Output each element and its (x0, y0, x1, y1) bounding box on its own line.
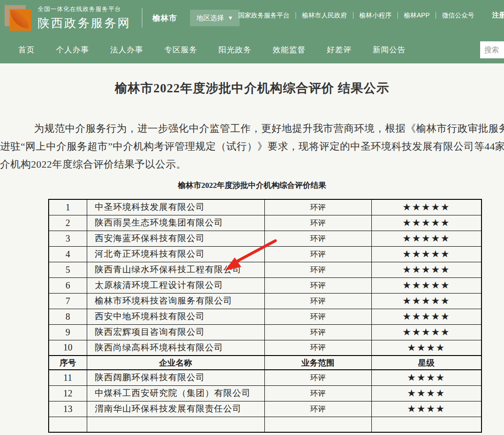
register-link[interactable]: 注册 (492, 11, 504, 20)
star-rating: ★★★★★ (371, 277, 482, 293)
star-rating: ★★★★ (371, 370, 482, 385)
page-title: 榆林市2022年度涉批中介机构综合评价 结果公示 (0, 80, 504, 96)
table-row: 3西安海蓝环保科技有限公司环评★★★★★ (49, 231, 482, 246)
company-name: 陕西宏辉项目咨询有限公司 (87, 324, 264, 340)
search-input[interactable] (480, 41, 504, 58)
business-scope: 环评 (264, 231, 371, 246)
main-navigation: 首页 个人办事 法人办事 专区服务 阳光政务 效能监督 好差评 新闻公告 (0, 36, 504, 63)
table-row: 13渭南华山环保科技发展有限责任公司环评★★★★ (49, 401, 482, 417)
row-number: 3 (49, 231, 87, 246)
top-link-wechat[interactable]: 微信公众号 (436, 11, 480, 20)
company-name: 陕西雨昊生态环境集团有限公司 (87, 215, 264, 231)
company-name: 中煤科工西安研究院（集团）有限公司 (87, 385, 264, 401)
company-name: 太原核清环境工程设计有限公司 (87, 277, 264, 293)
top-header-bar: 全国一体化在线政务服务平台 陕西政务服务网 榆林市 地区选择 ▼ 国家政务服务平… (0, 0, 504, 36)
row-number (49, 417, 87, 432)
column-header: 企业名称 (87, 356, 264, 370)
row-number: 13 (49, 401, 87, 417)
nav-item-open-government[interactable]: 阳光政务 (218, 45, 252, 55)
nav-item-special-zone[interactable]: 专区服务 (164, 45, 197, 55)
company-name (87, 417, 264, 432)
business-scope: 环评 (264, 215, 371, 231)
evaluation-table: 1中圣环境科技发展有限公司环评★★★★★2陕西雨昊生态环境集团有限公司环评★★★… (48, 199, 482, 433)
star-rating (371, 417, 482, 432)
table-row: 11陕西阔鹏环保科技有限公司环评★★★★ (49, 370, 482, 385)
site-brand[interactable]: 全国一体化在线政务服务平台 陕西政务服务网 (38, 5, 131, 31)
announcement-paragraph: 为规范中介服务行为，进一步强化中介监管工作，更好地提升我市营商环境，根据《榆林市… (0, 119, 504, 173)
row-number: 1 (49, 199, 87, 215)
column-header: 业务范围 (264, 356, 371, 370)
row-number: 7 (49, 293, 87, 309)
row-number: 9 (49, 324, 87, 340)
star-rating: ★★★★ (371, 385, 482, 401)
company-name: 陕西青山绿水环保科技工程有限公司 (87, 262, 264, 277)
business-scope: 环评 (264, 370, 371, 385)
table-row: 12中煤科工西安研究院（集团）有限公司环评★★★★ (49, 385, 482, 401)
company-name: 榆林市环境科技咨询服务有限公司 (87, 293, 264, 309)
star-rating: ★★★★★ (371, 324, 482, 340)
column-header: 星级 (371, 356, 482, 370)
company-name: 西安中地环境科技有限公司 (87, 309, 264, 324)
nav-item-personal[interactable]: 个人办事 (56, 45, 89, 55)
star-rating: ★★★★★ (371, 215, 482, 231)
top-link-city-government[interactable]: 榆林市人民政府 (296, 11, 353, 20)
paragraph-line: 介机构2022年度综合评价结果予以公示。 (0, 155, 504, 173)
top-link-mini-program[interactable]: 榆林小程序 (353, 11, 398, 20)
star-rating: ★★★★★ (371, 309, 482, 324)
company-name: 陕西尚绿高科环境科技有限公司 (87, 340, 264, 356)
table-row: 1中圣环境科技发展有限公司环评★★★★★ (49, 199, 482, 215)
top-link-national-platform[interactable]: 国家政务服务平台 (232, 11, 296, 20)
business-scope: 环评 (264, 293, 371, 309)
row-number: 11 (49, 370, 87, 385)
table-row: 8西安中地环境科技有限公司环评★★★★★ (49, 309, 482, 324)
star-rating: ★★★★ (371, 340, 482, 356)
site-name: 陕西政务服务网 (38, 15, 131, 31)
nav-item-efficiency[interactable]: 效能监督 (273, 45, 306, 55)
company-name: 河北奇正环境科技有限公司 (87, 246, 264, 262)
company-name: 渭南华山环保科技发展有限责任公司 (87, 401, 264, 417)
nav-item-home[interactable]: 首页 (18, 45, 35, 55)
row-number: 4 (49, 246, 87, 262)
business-scope: 环评 (264, 277, 371, 293)
table-row: 4河北奇正环境科技有限公司环评★★★★★ (49, 246, 482, 262)
platform-name: 全国一体化在线政务服务平台 (38, 5, 131, 13)
business-scope: 环评 (264, 262, 371, 277)
business-scope: 环评 (264, 401, 371, 417)
company-name: 陕西阔鹏环保科技有限公司 (87, 370, 264, 385)
table-row: 10陕西尚绿高科环境科技有限公司环评★★★★ (49, 340, 482, 356)
table-caption: 榆林市2022年度涉批中介机构综合评价结果 (0, 180, 504, 191)
nav-item-rating[interactable]: 好差评 (327, 45, 352, 55)
table-row: 7榆林市环境科技咨询服务有限公司环评★★★★★ (49, 293, 482, 309)
evaluation-table-body: 1中圣环境科技发展有限公司环评★★★★★2陕西雨昊生态环境集团有限公司环评★★★… (49, 199, 482, 432)
top-links: 国家政务服务平台 榆林市人民政府 榆林小程序 榆林APP 微信公众号 注册 (232, 11, 504, 20)
table-row: 9陕西宏辉项目咨询有限公司环评★★★★★ (49, 324, 482, 340)
nav-item-news[interactable]: 新闻公告 (373, 45, 406, 55)
table-row (49, 417, 482, 432)
row-number: 5 (49, 262, 87, 277)
paragraph-line: 为规范中介服务行为，进一步强化中介监管工作，更好地提升我市营商环境，根据《榆林市… (0, 119, 504, 137)
top-link-app[interactable]: 榆林APP (398, 11, 436, 20)
row-number: 6 (49, 277, 87, 293)
star-rating: ★★★★ (371, 401, 482, 417)
table-row: 6太原核清环境工程设计有限公司环评★★★★★ (49, 277, 482, 293)
table-row: 2陕西雨昊生态环境集团有限公司环评★★★★★ (49, 215, 482, 231)
business-scope: 环评 (264, 199, 371, 215)
article-content: 榆林市2022年度涉批中介机构综合评价 结果公示 为规范中介服务行为，进一步强化… (0, 63, 504, 433)
star-rating: ★★★★★ (371, 231, 482, 246)
row-number: 8 (49, 309, 87, 324)
star-rating: ★★★★★ (371, 246, 482, 262)
site-logo[interactable] (4, 3, 33, 33)
paragraph-line: 进驻“网上中介服务超市”中介机构考评管理规定（试行）》要求，现将评定的中圣环境科… (0, 137, 504, 155)
current-city-label: 榆林市 (152, 13, 177, 23)
business-scope: 环评 (264, 385, 371, 401)
star-rating: ★★★★★ (371, 293, 482, 309)
company-name: 中圣环境科技发展有限公司 (87, 199, 264, 215)
business-scope: 环评 (264, 309, 371, 324)
row-number: 12 (49, 385, 87, 401)
table-row: 5陕西青山绿水环保科技工程有限公司环评★★★★★ (49, 262, 482, 277)
star-rating: ★★★★★ (371, 199, 482, 215)
nav-item-legal-person[interactable]: 法人办事 (110, 45, 143, 55)
row-number: 10 (49, 340, 87, 356)
business-scope: 环评 (264, 324, 371, 340)
region-selector-label: 地区选择 (196, 14, 224, 23)
